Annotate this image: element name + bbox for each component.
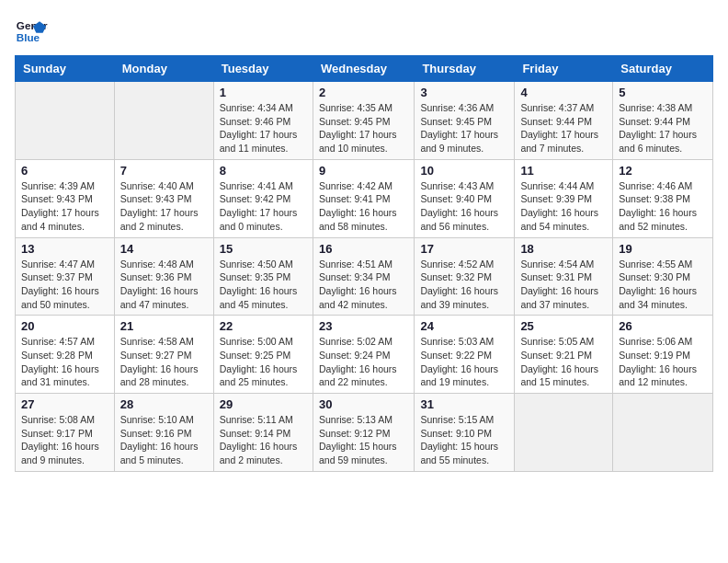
calendar-week-3: 13Sunrise: 4:47 AM Sunset: 9:37 PM Dayli… <box>16 237 713 316</box>
header-saturday: Saturday <box>613 56 713 82</box>
calendar-week-5: 27Sunrise: 5:08 AM Sunset: 9:17 PM Dayli… <box>16 394 713 472</box>
calendar-cell: 20Sunrise: 4:57 AM Sunset: 9:28 PM Dayli… <box>16 316 115 394</box>
calendar-cell: 17Sunrise: 4:52 AM Sunset: 9:32 PM Dayli… <box>415 237 515 316</box>
calendar-cell: 27Sunrise: 5:08 AM Sunset: 9:17 PM Dayli… <box>16 394 115 472</box>
day-info: Sunrise: 4:54 AM Sunset: 9:31 PM Dayligh… <box>520 258 607 312</box>
calendar-cell: 1Sunrise: 4:34 AM Sunset: 9:46 PM Daylig… <box>213 82 313 160</box>
day-info: Sunrise: 4:57 AM Sunset: 9:28 PM Dayligh… <box>21 335 108 389</box>
calendar-cell: 2Sunrise: 4:35 AM Sunset: 9:45 PM Daylig… <box>313 82 414 160</box>
day-number: 24 <box>420 319 508 333</box>
day-info: Sunrise: 4:58 AM Sunset: 9:27 PM Dayligh… <box>120 335 208 389</box>
calendar-cell: 8Sunrise: 4:41 AM Sunset: 9:42 PM Daylig… <box>213 159 313 237</box>
day-info: Sunrise: 4:42 AM Sunset: 9:41 PM Dayligh… <box>319 179 408 234</box>
calendar-cell: 25Sunrise: 5:05 AM Sunset: 9:21 PM Dayli… <box>515 316 613 394</box>
day-number: 11 <box>520 164 607 178</box>
day-info: Sunrise: 4:43 AM Sunset: 9:40 PM Dayligh… <box>420 179 508 234</box>
logo: General Blue <box>15 15 48 48</box>
calendar-cell: 4Sunrise: 4:37 AM Sunset: 9:44 PM Daylig… <box>515 82 613 160</box>
calendar-cell <box>515 394 613 472</box>
header-monday: Monday <box>114 56 213 82</box>
calendar-cell: 19Sunrise: 4:55 AM Sunset: 9:30 PM Dayli… <box>613 237 713 316</box>
day-number: 10 <box>420 164 508 178</box>
day-number: 22 <box>220 319 307 333</box>
calendar-week-1: 1Sunrise: 4:34 AM Sunset: 9:46 PM Daylig… <box>16 82 713 160</box>
day-number: 28 <box>120 397 208 411</box>
header-thursday: Thursday <box>415 56 515 82</box>
day-info: Sunrise: 5:10 AM Sunset: 9:16 PM Dayligh… <box>120 413 208 467</box>
day-info: Sunrise: 4:52 AM Sunset: 9:32 PM Dayligh… <box>420 258 508 312</box>
calendar-cell: 15Sunrise: 4:50 AM Sunset: 9:35 PM Dayli… <box>213 237 313 316</box>
calendar-cell: 9Sunrise: 4:42 AM Sunset: 9:41 PM Daylig… <box>313 159 414 237</box>
calendar-cell: 24Sunrise: 5:03 AM Sunset: 9:22 PM Dayli… <box>415 316 515 394</box>
calendar-week-2: 6Sunrise: 4:39 AM Sunset: 9:43 PM Daylig… <box>16 159 713 237</box>
calendar-table: SundayMondayTuesdayWednesdayThursdayFrid… <box>15 55 713 472</box>
day-number: 25 <box>520 319 607 333</box>
calendar-cell: 30Sunrise: 5:13 AM Sunset: 9:12 PM Dayli… <box>313 394 414 472</box>
calendar-cell: 22Sunrise: 5:00 AM Sunset: 9:25 PM Dayli… <box>213 316 313 394</box>
calendar-cell: 6Sunrise: 4:39 AM Sunset: 9:43 PM Daylig… <box>16 159 115 237</box>
day-info: Sunrise: 5:06 AM Sunset: 9:19 PM Dayligh… <box>619 335 707 389</box>
header-sunday: Sunday <box>16 56 115 82</box>
calendar-cell: 23Sunrise: 5:02 AM Sunset: 9:24 PM Dayli… <box>313 316 414 394</box>
day-info: Sunrise: 5:11 AM Sunset: 9:14 PM Dayligh… <box>220 413 307 467</box>
day-info: Sunrise: 4:37 AM Sunset: 9:44 PM Dayligh… <box>520 101 607 155</box>
day-info: Sunrise: 5:15 AM Sunset: 9:10 PM Dayligh… <box>420 413 508 467</box>
calendar-cell: 14Sunrise: 4:48 AM Sunset: 9:36 PM Dayli… <box>114 237 213 316</box>
calendar-cell: 7Sunrise: 4:40 AM Sunset: 9:43 PM Daylig… <box>114 159 213 237</box>
calendar-cell: 21Sunrise: 4:58 AM Sunset: 9:27 PM Dayli… <box>114 316 213 394</box>
calendar-week-4: 20Sunrise: 4:57 AM Sunset: 9:28 PM Dayli… <box>16 316 713 394</box>
calendar-cell <box>613 394 713 472</box>
calendar-cell: 3Sunrise: 4:36 AM Sunset: 9:45 PM Daylig… <box>415 82 515 160</box>
day-info: Sunrise: 5:05 AM Sunset: 9:21 PM Dayligh… <box>520 335 607 389</box>
day-number: 21 <box>120 319 208 333</box>
header-friday: Friday <box>515 56 613 82</box>
day-number: 18 <box>520 242 607 256</box>
calendar-cell: 26Sunrise: 5:06 AM Sunset: 9:19 PM Dayli… <box>613 316 713 394</box>
day-number: 14 <box>120 242 208 256</box>
day-info: Sunrise: 5:13 AM Sunset: 9:12 PM Dayligh… <box>319 413 408 467</box>
calendar-cell: 18Sunrise: 4:54 AM Sunset: 9:31 PM Dayli… <box>515 237 613 316</box>
day-info: Sunrise: 4:51 AM Sunset: 9:34 PM Dayligh… <box>319 258 408 312</box>
day-info: Sunrise: 4:48 AM Sunset: 9:36 PM Dayligh… <box>120 258 208 312</box>
day-number: 6 <box>21 164 108 178</box>
header-tuesday: Tuesday <box>213 56 313 82</box>
header-wednesday: Wednesday <box>313 56 414 82</box>
day-number: 30 <box>319 397 408 411</box>
day-info: Sunrise: 4:40 AM Sunset: 9:43 PM Dayligh… <box>120 179 208 234</box>
day-info: Sunrise: 4:50 AM Sunset: 9:35 PM Dayligh… <box>220 258 307 312</box>
calendar-cell: 16Sunrise: 4:51 AM Sunset: 9:34 PM Dayli… <box>313 237 414 316</box>
day-info: Sunrise: 5:08 AM Sunset: 9:17 PM Dayligh… <box>21 413 108 467</box>
day-number: 15 <box>220 242 307 256</box>
day-info: Sunrise: 5:02 AM Sunset: 9:24 PM Dayligh… <box>319 335 408 389</box>
logo-icon: General Blue <box>15 15 48 48</box>
day-number: 19 <box>619 242 707 256</box>
day-number: 1 <box>220 86 307 99</box>
calendar-cell: 12Sunrise: 4:46 AM Sunset: 9:38 PM Dayli… <box>613 159 713 237</box>
day-number: 27 <box>21 397 108 411</box>
header: General Blue <box>15 15 713 48</box>
day-number: 20 <box>21 319 108 333</box>
calendar-cell: 31Sunrise: 5:15 AM Sunset: 9:10 PM Dayli… <box>415 394 515 472</box>
calendar-cell: 11Sunrise: 4:44 AM Sunset: 9:39 PM Dayli… <box>515 159 613 237</box>
day-info: Sunrise: 4:41 AM Sunset: 9:42 PM Dayligh… <box>220 179 307 234</box>
day-number: 31 <box>420 397 508 411</box>
day-number: 3 <box>420 86 508 99</box>
calendar-header-row: SundayMondayTuesdayWednesdayThursdayFrid… <box>16 56 713 82</box>
calendar-cell: 13Sunrise: 4:47 AM Sunset: 9:37 PM Dayli… <box>16 237 115 316</box>
day-info: Sunrise: 5:00 AM Sunset: 9:25 PM Dayligh… <box>220 335 307 389</box>
day-number: 29 <box>220 397 307 411</box>
day-number: 16 <box>319 242 408 256</box>
day-info: Sunrise: 4:47 AM Sunset: 9:37 PM Dayligh… <box>21 258 108 312</box>
day-info: Sunrise: 4:46 AM Sunset: 9:38 PM Dayligh… <box>619 179 707 234</box>
day-number: 9 <box>319 164 408 178</box>
day-number: 7 <box>120 164 208 178</box>
calendar-cell: 5Sunrise: 4:38 AM Sunset: 9:44 PM Daylig… <box>613 82 713 160</box>
day-info: Sunrise: 4:34 AM Sunset: 9:46 PM Dayligh… <box>220 101 307 155</box>
calendar-cell <box>114 82 213 160</box>
day-number: 4 <box>520 86 607 99</box>
day-number: 8 <box>220 164 307 178</box>
calendar-cell <box>16 82 115 160</box>
calendar-cell: 10Sunrise: 4:43 AM Sunset: 9:40 PM Dayli… <box>415 159 515 237</box>
day-number: 12 <box>619 164 707 178</box>
day-number: 26 <box>619 319 707 333</box>
